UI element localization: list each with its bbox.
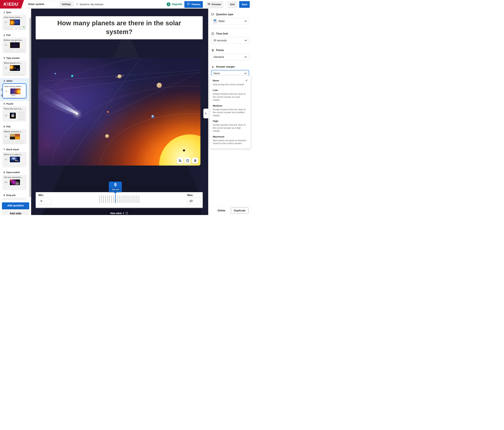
sidebar-item-2: 2PollBefore we get sta...20 <box>0 32 29 55</box>
answer-bar <box>15 51 25 53</box>
sidebar-item-3: 3Type answerWhat planet of t...60 <box>0 55 29 78</box>
question-title-card[interactable]: How many planets are there in the solar … <box>36 16 203 39</box>
exit-button[interactable]: Exit <box>228 1 237 8</box>
margin-option-title-row: Low <box>213 89 248 92</box>
slider-tick <box>129 195 129 203</box>
question-card-1[interactable]: How many plane...20 <box>2 15 27 30</box>
max-input[interactable] <box>187 198 200 205</box>
question-card-2[interactable]: Before we get sta...20 <box>2 38 27 53</box>
kahoot-title-input[interactable] <box>26 3 59 6</box>
answer-margin-dropdown: None✓Only accept the correct answer.LowA… <box>210 75 251 149</box>
question-number: 1 <box>4 11 5 14</box>
question-card-media-row: 30 <box>4 88 25 94</box>
answer-bar <box>18 112 25 113</box>
slider-tick <box>109 195 110 203</box>
save-status-text: Saved to: My Kahoots <box>80 3 103 6</box>
slider-tick <box>113 195 114 203</box>
question-card-9[interactable] <box>2 198 27 200</box>
time-limit-badge: 240 <box>4 180 8 184</box>
sidebar-item-1: 1QuizHow many plane...20 <box>0 9 29 32</box>
question-type-label-row: Question type <box>211 13 249 16</box>
eye-icon <box>207 2 210 6</box>
points-select[interactable]: Standard <box>211 54 249 60</box>
margin-option-high[interactable]: HighAccept answers that are close to the… <box>213 120 248 132</box>
sidebar-item-5: 5PuzzlePlace the last 4 p...60 <box>0 101 29 124</box>
points-label-row: Points <box>211 49 249 52</box>
themes-button[interactable]: Themes <box>184 1 203 8</box>
question-card-3[interactable]: What planet of t...60 <box>2 61 27 76</box>
margin-option-title-row: Maximum <box>213 135 248 138</box>
answer-bar <box>4 142 14 143</box>
question-number: 4 <box>4 80 5 82</box>
answer-bar <box>4 28 14 30</box>
question-number: 9 <box>4 194 5 197</box>
margin-option-none[interactable]: None✓Only accept the correct answer. <box>213 79 248 86</box>
star-icon: ★ <box>167 2 171 6</box>
top-bar-actions: ★ Upgrade Themes Preview Exit Save <box>167 1 252 8</box>
question-card-7[interactable]: What is a solar s...30 <box>2 152 27 167</box>
check-icon: ✓ <box>76 3 78 6</box>
settings-button[interactable]: Settings <box>60 1 73 7</box>
time-limit-select[interactable]: 30 seconds <box>211 37 249 44</box>
add-slide-button[interactable]: Add slide <box>2 210 29 215</box>
answer-bar <box>4 49 14 50</box>
preview-button[interactable]: Preview <box>205 1 224 8</box>
answer-bar <box>18 74 25 76</box>
margin-option-description: Only accept the correct answer. <box>213 83 248 86</box>
delete-image-button[interactable] <box>192 158 198 164</box>
answer-bar <box>8 72 21 73</box>
duplicate-icon[interactable] <box>0 88 3 91</box>
add-question-button[interactable]: Add question <box>2 202 29 209</box>
time-limit-badge: 60 <box>4 66 8 70</box>
answer-bar <box>18 116 25 117</box>
min-label: Min. <box>38 194 51 197</box>
kahoot-edu-logo: K!EDU <box>0 0 24 9</box>
answer-bar <box>15 142 25 143</box>
margin-option-medium[interactable]: MediumAccept answers that are close to t… <box>213 104 248 117</box>
delete-question-button[interactable]: Delete <box>218 209 225 212</box>
question-card-5[interactable]: Place the last 4 p...60 <box>2 106 27 121</box>
question-card-media-row: 60 <box>4 65 25 71</box>
question-card-8[interactable]: Tell me somethin...240 <box>2 175 27 190</box>
margin-option-description: Accept answers that are close to the cor… <box>213 123 248 132</box>
collapse-panel-button[interactable] <box>203 109 208 118</box>
margin-option-low[interactable]: LowAccept answers that are close to the … <box>213 89 248 101</box>
upgrade-button[interactable]: ★ Upgrade <box>167 2 182 6</box>
answer-bars <box>4 140 25 144</box>
panel-footer: Delete Duplicate <box>208 206 252 215</box>
min-input[interactable] <box>38 198 51 205</box>
question-card-6[interactable]: Which extreme s...30 <box>2 129 27 144</box>
sidebar-item-6: 6PollWhich extreme s...30 <box>0 124 29 147</box>
step-value-tooltip: Step value: 1 ? <box>108 210 130 215</box>
trash-icon[interactable] <box>0 94 3 98</box>
step-help-icon[interactable]: ? <box>126 212 128 215</box>
question-type-name: Word cloud <box>6 148 19 151</box>
duplicate-question-button[interactable]: Duplicate <box>231 207 248 214</box>
add-unit-button[interactable]: Add unit <box>110 188 120 191</box>
question-card-4[interactable]: How many plane...30 <box>2 83 27 99</box>
image-info-button[interactable] <box>185 158 190 164</box>
sidebar-item-7: 7Word cloudWhat is a solar s...30 <box>0 147 29 170</box>
question-number: 2 <box>4 34 5 36</box>
medal-icon <box>211 49 214 52</box>
sidebar-scrollbar-thumb[interactable] <box>29 18 31 197</box>
question-card-title: What is a solar s... <box>4 153 25 156</box>
slider-answer-card: Min. 8 Add unit Max. <box>36 192 203 208</box>
question-thumbnail <box>10 179 20 185</box>
question-header: 1Quiz <box>4 11 29 14</box>
margin-option-title: Medium <box>213 104 222 107</box>
question-card-title: Which extreme s... <box>4 130 25 133</box>
margin-option-maximum[interactable]: MaximumMore points are given to answers … <box>213 135 248 145</box>
question-header: 7Word cloud <box>4 148 29 151</box>
time-limit-badge: 20 <box>4 20 8 24</box>
question-card-media-row: 20 <box>4 19 25 25</box>
sidebar-item-8: 8Open-endedTell me somethin...240 <box>0 170 29 192</box>
question-type-select[interactable]: 10 Slider <box>211 18 249 25</box>
crop-image-button[interactable] <box>177 158 183 164</box>
question-number: 8 <box>4 171 5 174</box>
slider-value-flag[interactable]: 8 Add unit <box>109 182 122 192</box>
image-toolbar <box>177 158 198 164</box>
time-limit-badge: 30 <box>4 89 9 93</box>
slider-tick <box>136 195 137 203</box>
save-button[interactable]: Save <box>239 1 250 8</box>
